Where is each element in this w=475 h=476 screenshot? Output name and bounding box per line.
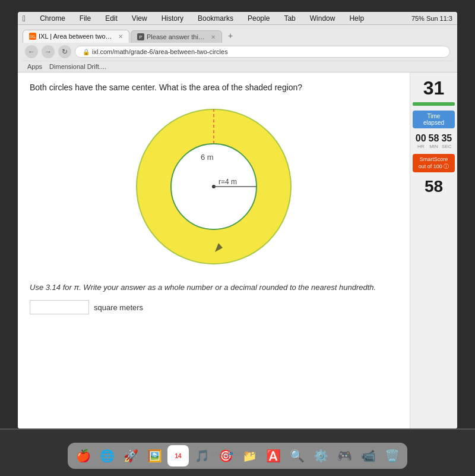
dock-rocket[interactable]: 🚀 — [120, 445, 141, 466]
dock-chrome[interactable]: 🌐 — [96, 445, 118, 466]
dock-appstore[interactable]: 🅰️ — [262, 445, 284, 466]
dock-photos[interactable]: 🖼️ — [144, 445, 165, 466]
menu-history[interactable]: History — [159, 14, 186, 23]
answer-unit: square meters — [94, 303, 143, 312]
dock-settings[interactable]: ⚙️ — [310, 445, 331, 466]
tab-close-2[interactable]: ✕ — [211, 34, 216, 40]
timer-hr-label: HR — [416, 144, 426, 149]
time-label: Timeelapsed — [423, 113, 444, 126]
address-bar-row: ← → ↻ 🔒 ixl.com/math/grade-6/area-betwee… — [23, 43, 452, 61]
lock-icon: 🔒 — [83, 49, 90, 55]
diagram-container: 6 m r=4 m — [30, 103, 398, 270]
dock-game[interactable]: 🎮 — [334, 445, 355, 466]
bookmark-drift[interactable]: Dimensional Drift.... — [49, 63, 106, 70]
menu-edit[interactable]: Edit — [103, 14, 120, 23]
tab-label-1: IXL | Area between two circles — [39, 33, 113, 40]
smart-score-number: 58 — [425, 177, 443, 196]
timer-sec: 35 — [441, 133, 452, 144]
score-number: 31 — [423, 78, 445, 97]
dock-trash[interactable]: 🗑️ — [381, 445, 403, 466]
tab-favicon-1: IXL — [29, 33, 36, 40]
tab-please[interactable]: P Please answer this correctly - ✕ — [131, 30, 222, 43]
tab-close-1[interactable]: ✕ — [118, 33, 123, 40]
time-badge: Timeelapsed — [413, 111, 455, 128]
address-text: ixl.com/math/grade-6/area-between-two-ci… — [92, 48, 228, 55]
browser-window: IXL IXL | Area between two circles ✕ P P… — [18, 25, 457, 428]
smart-score-badge: SmartScoreout of 100 ⓘ — [413, 154, 455, 172]
answer-input[interactable] — [30, 300, 89, 314]
dock-music[interactable]: 🎵 — [191, 445, 213, 466]
forward-button[interactable]: → — [42, 45, 55, 58]
timer-min-label: MIN — [429, 144, 439, 149]
timer-hr: 00 — [416, 133, 426, 144]
screen:  Chrome File Edit View History Bookmark… — [18, 12, 457, 428]
macbook-label: MacBook Pro — [211, 449, 264, 458]
circle-diagram: 6 m r=4 m — [131, 103, 297, 270]
right-sidebar: 31 Timeelapsed 00 HR 58 MIN — [410, 72, 457, 428]
svg-text:6 m: 6 m — [201, 153, 214, 162]
timer-min-block: 58 MIN — [429, 133, 439, 149]
new-tab-button[interactable]: + — [223, 29, 238, 43]
smart-score-label: SmartScoreout of 100 ⓘ — [419, 156, 449, 169]
dock-search[interactable]: 🔍 — [286, 445, 308, 466]
page-content: Both circles have the same center. What … — [18, 72, 457, 428]
menu-tab[interactable]: Tab — [281, 14, 297, 23]
timer-min: 58 — [429, 133, 439, 144]
main-content: Both circles have the same center. What … — [18, 72, 410, 428]
timer-sec-label: SEC — [441, 144, 452, 149]
menu-right: 75% Sun 11:3 — [411, 15, 452, 22]
timer-hr-block: 00 HR — [416, 133, 426, 149]
menu-file[interactable]: File — [77, 14, 93, 23]
menu-bar:  Chrome File Edit View History Bookmark… — [18, 12, 457, 25]
timer-sec-block: 35 SEC — [441, 133, 452, 149]
reload-button[interactable]: ↻ — [58, 45, 71, 58]
dock-video[interactable]: 📹 — [357, 445, 379, 466]
menu-bookmarks[interactable]: Bookmarks — [195, 14, 236, 23]
score-green-bar — [413, 102, 455, 106]
menu-people[interactable]: People — [245, 14, 272, 23]
dock-finder[interactable]: 🍎 — [72, 445, 94, 466]
tab-bar: IXL IXL | Area between two circles ✕ P P… — [23, 29, 452, 43]
tab-favicon-2: P — [137, 33, 144, 40]
tab-ixl[interactable]: IXL IXL | Area between two circles ✕ — [23, 30, 129, 43]
bookmarks-bar: Apps Dimensional Drift.... — [23, 61, 452, 72]
timer-display: 00 HR 58 MIN 35 SEC — [413, 133, 455, 149]
dock-calendar[interactable]: 14 — [167, 445, 189, 466]
back-button[interactable]: ← — [25, 45, 38, 58]
menu-view[interactable]: View — [129, 14, 150, 23]
tab-label-2: Please answer this correctly - — [147, 33, 206, 40]
question-text: Both circles have the same center. What … — [30, 82, 398, 94]
address-bar[interactable]: 🔒 ixl.com/math/grade-6/area-between-two-… — [75, 46, 450, 58]
bottom-bezel: 🍎 🌐 🚀 🖼️ 14 🎵 🎯 📁 🅰️ 🔍 ⚙️ 🎮 📹 🗑️ MacBook… — [0, 428, 475, 476]
menu-help[interactable]: Help — [347, 14, 366, 23]
browser-chrome: IXL IXL | Area between two circles ✕ P P… — [18, 25, 457, 72]
bookmark-apps[interactable]: Apps — [27, 63, 42, 70]
svg-text:r=4 m: r=4 m — [218, 178, 237, 186]
instructions-text: Use 3.14 for π. Write your answer as a w… — [30, 282, 398, 294]
apple-logo[interactable]:  — [23, 14, 26, 23]
answer-row: square meters — [30, 300, 398, 314]
menu-chrome[interactable]: Chrome — [37, 14, 68, 23]
menu-window[interactable]: Window — [308, 14, 338, 23]
laptop-shell:  Chrome File Edit View History Bookmark… — [0, 0, 475, 476]
